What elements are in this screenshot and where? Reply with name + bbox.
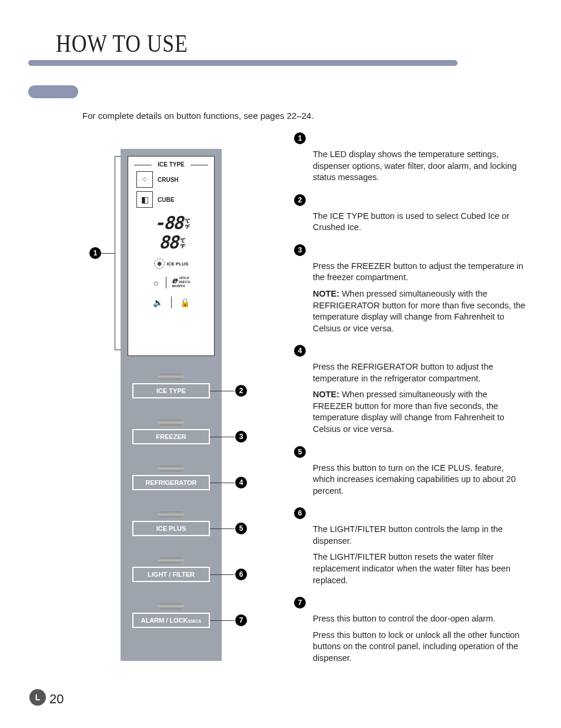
alarm-icon: 🔉 [153,298,163,307]
alarm-lock-secs: 3SECS [188,619,202,623]
item-4-bullet: 4 [294,345,306,357]
alarm-lock-button[interactable]: ALARM / LOCK3SECS [132,613,210,628]
item-7-text-1: Press this button to control the door-op… [313,613,526,625]
item-6-text-1: The LIGHT/FILTER button controls the lam… [313,524,526,547]
hold-label: HOLD [179,276,189,280]
callout-1-bullet: 1 [89,247,101,259]
button-ridge [158,603,184,609]
item-4: 4 Press the REFRIGERATOR button to adjus… [294,345,526,435]
light-filter-button[interactable]: LIGHT / FILTER [132,567,210,582]
section-tab [28,85,78,98]
callout-3-bullet: 3 [235,431,247,443]
callout-6-bullet: 6 [235,569,247,580]
descriptions-column: 1 The LED display shows the temperature … [294,132,526,674]
snowflake-icon: ❄ [154,258,165,269]
callout-5-bullet: 5 [235,523,247,534]
light-icon: ☼ [152,278,160,287]
item-2-text: The ICE TYPE button is used to select Cu… [313,211,526,234]
ice-type-button[interactable]: ICE TYPE [132,383,210,398]
freezer-button[interactable]: FREEZER [132,429,210,444]
item-6-bullet: 6 [294,507,306,519]
callout-6-lead [210,574,235,575]
item-3-note: NOTE: When pressed simultaneously with t… [313,288,526,334]
page-title: HOW TO USE [56,29,188,58]
control-panel-diagram: ICE TYPE ⁘ CRUSH ◧ CUBE -88°C°F 88°C°F ❄… [121,149,222,661]
temp2-value: 88 [159,232,178,252]
item-5-text: Press this button to turn on the ICE PLU… [313,463,526,497]
lock-icon: 🔒 [180,298,190,307]
callout-7-bullet: 7 [235,614,247,626]
temp1-value: -88 [154,212,182,233]
crush-icon: ⁘ [136,171,153,188]
note-label: NOTE: [313,289,339,298]
refrigerator-button[interactable]: REFRIGERATOR [132,475,210,490]
callout-2-bullet: 2 [235,385,247,397]
iceplus-label: ICE PLUS [167,261,189,267]
button-ridge [158,557,184,563]
cube-row: ◧ CUBE [136,191,206,208]
button-ridge [158,374,184,380]
item-2-bullet: 2 [294,194,306,206]
secs-label: 3SECS [179,280,191,284]
page-number: 20 [49,692,64,707]
light-filter-indicator: ☼ ⅇHOLD3SECS MONTH [128,276,214,288]
item-5-bullet: 5 [294,446,306,458]
callout-5-lead [210,528,235,529]
cube-label: CUBE [158,197,174,203]
item-6: 6 The LIGHT/FILTER button controls the l… [294,507,526,586]
callout-4-lead [210,483,235,483]
item-2: 2 The ICE TYPE button is used to select … [294,194,526,234]
item-7-text-2: Press this button to lock or unlock all … [313,630,526,664]
item-1: 1 The LED display shows the temperature … [294,132,526,184]
callout-1-lead [100,253,115,254]
item-4-text: Press the REFRIGERATOR button to adjust … [313,361,526,384]
unit-f2: °F [179,243,183,250]
item-3-bullet: 3 [294,244,306,256]
freezer-temp: -88°C°F [128,212,214,233]
divider [166,277,166,288]
item-1-bullet: 1 [294,132,306,144]
filter-icon-group: ⅇHOLD3SECS MONTH [172,276,191,288]
item-7-bullet: 7 [294,597,306,609]
intro-text: For complete details on button functions… [82,111,314,121]
item-7: 7 Press this button to control the door-… [294,597,526,664]
item-6-text-2: The LIGHT/FILTER button resets the water… [313,551,526,586]
title-underline [28,60,458,66]
button-ridge [158,511,184,517]
alarm-lock-label: ALARM / LOCK [141,617,188,624]
item-5: 5 Press this button to turn on the ICE P… [294,446,526,497]
divider2 [171,297,172,308]
led-display: ICE TYPE ⁘ CRUSH ◧ CUBE -88°C°F 88°C°F ❄… [128,156,215,356]
month-label: MONTH [172,284,185,288]
button-ridge [158,466,184,471]
callout-2-lead [210,391,235,391]
cube-icon: ◧ [136,191,153,208]
callout-3-lead [210,437,235,437]
unit-f: °F [183,224,188,230]
item-3-note-text: When pressed simultaneously with the REF… [313,289,525,333]
alarm-lock-indicator: 🔉 🔒 [128,297,214,308]
note-label: NOTE: [313,390,339,399]
fridge-temp: 88°C°F [128,232,214,252]
item-4-note-text: When pressed simultaneously with the FRE… [313,390,505,434]
brand-logo-icon: L [29,689,46,706]
ice-plus-button[interactable]: ICE PLUS [132,521,210,536]
callout-1-bracket [115,156,121,350]
iceplus-indicator: ❄ ICE PLUS [128,258,214,269]
item-4-note: NOTE: When pressed simultaneously with t… [313,389,526,435]
crush-label: CRUSH [158,177,179,183]
crush-row: ⁘ CRUSH [136,171,206,188]
callout-4-bullet: 4 [235,477,247,488]
item-1-text: The LED display shows the temperature se… [313,149,526,184]
item-3-text: Press the FREEZER button to adjust the t… [313,261,526,284]
callout-7-lead [210,620,235,621]
button-ridge [158,420,184,426]
ice-type-header: ICE TYPE [128,161,214,168]
item-3: 3 Press the FREEZER button to adjust the… [294,244,526,334]
